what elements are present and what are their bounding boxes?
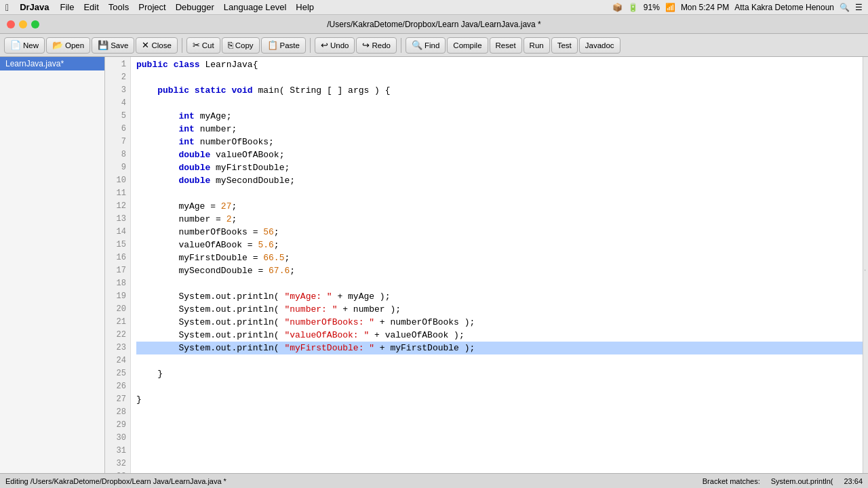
code-line[interactable]: System.out.println( "numberOfBooks: " + … <box>136 316 863 329</box>
new-button[interactable]: 📄 New <box>4 37 45 54</box>
bracket-matches-value: System.out.println( <box>771 477 833 485</box>
save-button[interactable]: 💾 Save <box>92 37 134 54</box>
line-number: 28 <box>105 406 126 419</box>
cut-button[interactable]: ✂ Cut <box>186 37 220 54</box>
apple-logo-icon:  <box>5 2 9 13</box>
line-number: 16 <box>105 251 126 264</box>
menu-project[interactable]: Project <box>138 2 165 12</box>
code-area[interactable]: public class LearnJava{ public static vo… <box>131 57 863 473</box>
test-button[interactable]: Test <box>551 37 578 54</box>
undo-button[interactable]: ↩ Undo <box>315 37 355 54</box>
open-icon: 📂 <box>52 40 63 50</box>
code-line[interactable]: System.out.println( "myFirstDouble: " + … <box>136 342 863 354</box>
find-button[interactable]: 🔍 Find <box>406 37 446 54</box>
line-number: 17 <box>105 264 126 277</box>
line-number: 3 <box>105 84 126 97</box>
menu-file[interactable]: File <box>60 2 75 12</box>
code-line[interactable] <box>136 470 863 473</box>
window-title: /Users/KakraDetome/Dropbox/Learn Java/Le… <box>327 20 541 29</box>
reset-button[interactable]: Reset <box>490 37 522 54</box>
line-number: 6 <box>105 123 126 136</box>
code-editor[interactable]: 1234567891011121314151617181920212223242… <box>105 57 863 473</box>
run-button[interactable]: Run <box>524 37 550 54</box>
copy-icon: ⎘ <box>228 40 233 50</box>
line-number: 27 <box>105 393 126 406</box>
code-line[interactable]: public static void main( String [ ] args… <box>136 84 863 97</box>
app-name[interactable]: DrJava <box>20 2 49 12</box>
compile-button[interactable]: Compile <box>447 37 488 54</box>
menu-language-level[interactable]: Language Level <box>224 2 287 12</box>
file-item[interactable]: LearnJava.java* <box>0 57 104 70</box>
code-line[interactable]: valueOfABook = 5.6; <box>136 239 863 251</box>
line-number: 30 <box>105 432 126 445</box>
code-line[interactable] <box>136 277 863 290</box>
line-number: 9 <box>105 161 126 174</box>
resize-handle[interactable] <box>863 57 868 473</box>
code-line[interactable]: myAge = 27; <box>136 200 863 213</box>
code-line[interactable] <box>136 432 863 445</box>
code-line[interactable]: int myAge; <box>136 110 863 123</box>
code-line[interactable]: } <box>136 367 863 380</box>
code-line[interactable]: System.out.println( "valueOfABook: " + v… <box>136 329 863 342</box>
cursor-position: 23:64 <box>844 477 863 485</box>
menu-icon[interactable]: ☰ <box>855 3 863 12</box>
code-line[interactable] <box>136 354 863 367</box>
close-button[interactable]: ✕ Close <box>136 37 177 54</box>
line-number: 13 <box>105 213 126 226</box>
line-number: 31 <box>105 445 126 458</box>
code-line[interactable]: double valueOfABook; <box>136 148 863 161</box>
code-line[interactable] <box>136 187 863 200</box>
code-line[interactable]: mySecondDouble = 67.6; <box>136 264 863 277</box>
menu-edit[interactable]: Edit <box>83 2 98 12</box>
main-area: LearnJava.java* 123456789101112131415161… <box>0 57 868 473</box>
line-number: 4 <box>105 97 126 110</box>
code-line[interactable]: int numberOfBooks; <box>136 136 863 148</box>
menu-debugger[interactable]: Debugger <box>176 2 214 12</box>
cut-icon: ✂ <box>193 40 200 50</box>
dropbox-icon: 📦 <box>612 3 623 12</box>
search-icon[interactable]: 🔍 <box>840 3 850 12</box>
line-number: 18 <box>105 277 126 290</box>
code-line[interactable]: System.out.println( "myAge: " + myAge ); <box>136 290 863 303</box>
code-line[interactable]: double myFirstDouble; <box>136 161 863 174</box>
code-line[interactable] <box>136 97 863 110</box>
line-number: 8 <box>105 148 126 161</box>
line-number: 12 <box>105 200 126 213</box>
menu-help[interactable]: Help <box>296 2 314 12</box>
code-line[interactable]: int number; <box>136 123 863 136</box>
code-line[interactable]: public class LearnJava{ <box>136 58 863 71</box>
close-window-button[interactable] <box>7 20 15 28</box>
separator-3 <box>401 38 401 53</box>
code-line[interactable] <box>136 406 863 419</box>
line-number: 14 <box>105 226 126 239</box>
code-line[interactable]: } <box>136 393 863 406</box>
code-line[interactable]: System.out.println( "number: " + number … <box>136 303 863 316</box>
redo-button[interactable]: ↪ Redo <box>356 37 397 54</box>
line-number: 20 <box>105 303 126 316</box>
maximize-window-button[interactable] <box>31 20 39 28</box>
paste-button[interactable]: 📋 Paste <box>261 37 306 54</box>
copy-button[interactable]: ⎘ Copy <box>222 37 260 54</box>
code-line[interactable] <box>136 419 863 432</box>
code-line[interactable]: number = 2; <box>136 213 863 226</box>
code-line[interactable] <box>136 445 863 458</box>
title-bar: /Users/KakraDetome/Dropbox/Learn Java/Le… <box>0 15 868 34</box>
line-number: 19 <box>105 290 126 303</box>
menu-tools[interactable]: Tools <box>108 2 129 12</box>
open-button[interactable]: 📂 Open <box>46 37 90 54</box>
status-editing-text: Editing /Users/KakraDetome/Dropbox/Learn… <box>5 477 226 485</box>
code-line[interactable]: numberOfBooks = 56; <box>136 226 863 239</box>
line-number: 5 <box>105 110 126 123</box>
javadoc-button[interactable]: Javadoc <box>579 37 620 54</box>
menu-right: 📦 🔋 91% 📶 Mon 5:24 PM Atta Kakra Detome … <box>612 3 863 12</box>
code-line[interactable]: myFirstDouble = 66.5; <box>136 251 863 264</box>
menu-bar:  DrJava File Edit Tools Project Debugge… <box>0 0 868 15</box>
toolbar: 📄 New 📂 Open 💾 Save ✕ Close ✂ Cut ⎘ Copy… <box>0 34 868 57</box>
minimize-window-button[interactable] <box>19 20 27 28</box>
code-line[interactable] <box>136 71 863 84</box>
code-line[interactable] <box>136 458 863 470</box>
line-number: 32 <box>105 458 126 470</box>
code-line[interactable] <box>136 380 863 393</box>
code-line[interactable]: double mySecondDouble; <box>136 174 863 187</box>
close-icon: ✕ <box>142 40 149 50</box>
